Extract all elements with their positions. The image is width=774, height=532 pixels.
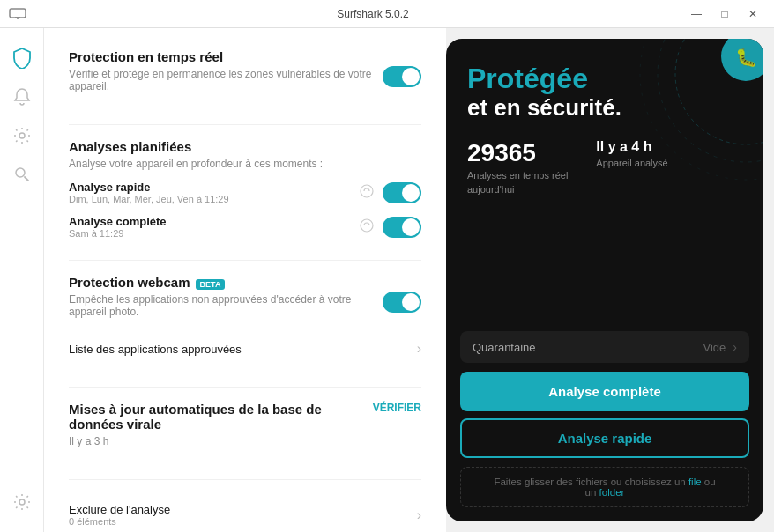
webcam-title-row: Protection webcam BETA <box>69 275 383 293</box>
mises-a-jour-header: Mises à jour automatiques de la base de … <box>69 402 421 458</box>
gear-icon <box>13 127 31 144</box>
drop-zone[interactable]: Faites glisser des fichiers ou choisisse… <box>460 467 749 507</box>
toggle-row-analyse-rapide: Analyse rapide Dim, Lun, Mar, Mer, Jeu, … <box>69 181 421 204</box>
edit-icon-complete[interactable] <box>360 218 374 236</box>
titlebar-controls: — □ ✕ <box>684 5 765 23</box>
minimize-button[interactable]: — <box>684 5 709 23</box>
shield-icon <box>12 48 32 69</box>
btn-analyse-rapide[interactable]: Analyse rapide <box>460 418 749 458</box>
toggle-row-analyse-complete: Analyse complète Sam à 11:29 <box>69 215 421 239</box>
drop-text-3: un <box>585 487 599 498</box>
svg-point-4 <box>16 168 25 177</box>
toggle-row-icons-complete <box>360 217 421 238</box>
analyses-planifiees-title: Analyses planifiées <box>69 139 421 154</box>
stat-label-1: Analyses en temps réel <box>467 169 568 181</box>
bell-icon <box>13 87 31 107</box>
svg-point-6 <box>361 185 373 197</box>
toggle-row-webcam: Protection webcam BETA Empêche les appli… <box>69 275 421 329</box>
approved-apps-label: Liste des applications approuvées <box>69 343 242 356</box>
mises-a-jour-title: Mises à jour automatiques de la base de … <box>69 402 373 432</box>
stats-row: 29365 Analyses en temps réel aujourd'hui… <box>467 139 742 196</box>
edit-icon-rapide[interactable] <box>360 184 374 202</box>
svg-point-7 <box>361 219 373 232</box>
divider-2 <box>69 260 421 261</box>
analyse-rapide-label: Analyse rapide <box>69 181 360 194</box>
toggle-row-left: Protection en temps réel Vérifie et prot… <box>69 49 383 103</box>
mises-a-jour-time: Il y a 3 h <box>69 435 373 447</box>
settings-icon <box>13 493 31 511</box>
analyses-planifiees-desc: Analyse votre appareil en profondeur à c… <box>69 158 421 170</box>
stat-label-2: aujourd'hui <box>467 183 568 196</box>
section-protection-temps-reel: Protection en temps réel Vérifie et prot… <box>69 49 421 103</box>
stat-block-scans: 29365 Analyses en temps réel aujourd'hui <box>467 139 568 196</box>
divider-4 <box>69 479 421 480</box>
titlebar-icon-area <box>9 8 62 20</box>
svg-point-5 <box>19 499 25 505</box>
btn-analyse-complete[interactable]: Analyse complète <box>460 372 749 411</box>
app-body: Protection en temps réel Vérifie et prot… <box>0 28 774 532</box>
monitor-icon <box>9 8 26 20</box>
section-protection-webcam: Protection webcam BETA Empêche les appli… <box>69 275 421 366</box>
stat-time: Il y a 4 h <box>596 139 667 155</box>
stat-number: 29365 <box>467 139 568 167</box>
toggle-analyse-complete[interactable] <box>383 217 421 238</box>
sidebar-icon-search[interactable] <box>6 159 38 190</box>
svg-rect-0 <box>10 9 26 18</box>
quarantine-right: Vide › <box>703 340 737 354</box>
verify-link[interactable]: VÉRIFIER <box>373 402 421 414</box>
list-row-exclure[interactable]: Exclure de l'analyse 0 éléments › <box>69 494 421 532</box>
analyse-complete-label: Analyse complète <box>69 215 360 228</box>
status-title: Protégée <box>467 63 742 94</box>
edit-pencil-icon-2 <box>360 218 374 233</box>
content-panel: Protection en temps réel Vérifie et prot… <box>44 28 446 532</box>
stat-block-time: Il y a 4 h Appareil analysé <box>596 139 667 196</box>
maximize-button[interactable]: □ <box>712 5 737 23</box>
analyse-complete-schedule: Sam à 11:29 <box>69 228 360 239</box>
webcam-left: Protection webcam BETA Empêche les appli… <box>69 275 383 329</box>
toggle-analyse-rapide[interactable] <box>383 182 421 203</box>
sidebar-icon-shield[interactable] <box>6 42 38 74</box>
search-icon <box>13 166 31 183</box>
titlebar: Surfshark 5.0.2 — □ ✕ <box>0 0 774 28</box>
analyse-complete-left: Analyse complète Sam à 11:29 <box>69 215 360 239</box>
section-mises-a-jour: Mises à jour automatiques de la base de … <box>69 402 421 458</box>
analyse-rapide-left: Analyse rapide Dim, Lun, Mar, Mer, Jeu, … <box>69 181 360 204</box>
edit-pencil-icon <box>360 184 374 198</box>
right-panel: 🐛 Protégée et en sécurité. 29365 Analyse… <box>446 39 763 521</box>
drop-link-folder[interactable]: folder <box>599 487 625 498</box>
quarantine-chevron-icon: › <box>733 340 737 354</box>
action-buttons: Analyse complète Analyse rapide <box>446 372 763 467</box>
webcam-title: Protection webcam <box>69 275 190 290</box>
section-exclure: Exclure de l'analyse 0 éléments › <box>69 494 421 532</box>
exclure-title: Exclure de l'analyse <box>69 503 170 516</box>
chevron-icon-exclure: › <box>417 507 421 523</box>
exclure-left: Exclure de l'analyse 0 éléments <box>69 503 170 527</box>
drop-link-file[interactable]: file <box>688 477 702 487</box>
sidebar-icon-bell[interactable] <box>6 81 38 113</box>
quarantine-bar[interactable]: Quarantaine Vide › <box>460 331 749 363</box>
drop-text-1: Faites glisser des fichiers ou choisisse… <box>494 477 688 487</box>
svg-point-3 <box>19 133 25 138</box>
right-panel-top: 🐛 Protégée et en sécurité. 29365 Analyse… <box>446 39 763 331</box>
section-analyses-planifiees: Analyses planifiées Analyse votre appare… <box>69 139 421 239</box>
mises-a-jour-left: Mises à jour automatiques de la base de … <box>69 402 373 458</box>
status-subtitle: et en sécurité. <box>467 94 742 122</box>
beta-badge: BETA <box>196 279 226 290</box>
sidebar <box>0 28 44 532</box>
toggle-webcam[interactable] <box>383 292 421 313</box>
list-row-approved-apps[interactable]: Liste des applications approuvées › <box>69 332 421 366</box>
divider-1 <box>69 124 421 125</box>
protection-temps-reel-title: Protection en temps réel <box>69 49 383 64</box>
close-button[interactable]: ✕ <box>741 5 765 23</box>
toggle-row-protection: Protection en temps réel Vérifie et prot… <box>69 49 421 103</box>
toggle-row-icons-rapide <box>360 182 421 203</box>
drop-text-2: ou <box>702 477 716 487</box>
stat-time-label: Appareil analysé <box>596 157 667 169</box>
analyse-rapide-schedule: Dim, Lun, Mar, Mer, Jeu, Ven à 11:29 <box>69 194 360 204</box>
toggle-protection-temps-reel[interactable] <box>383 66 421 87</box>
sidebar-icon-gear[interactable] <box>6 120 38 151</box>
webcam-desc: Empêche les applications non approuvées … <box>69 293 383 318</box>
quarantine-value: Vide <box>703 341 726 354</box>
sidebar-icon-settings[interactable] <box>6 486 38 518</box>
quarantine-label: Quarantaine <box>473 341 536 354</box>
